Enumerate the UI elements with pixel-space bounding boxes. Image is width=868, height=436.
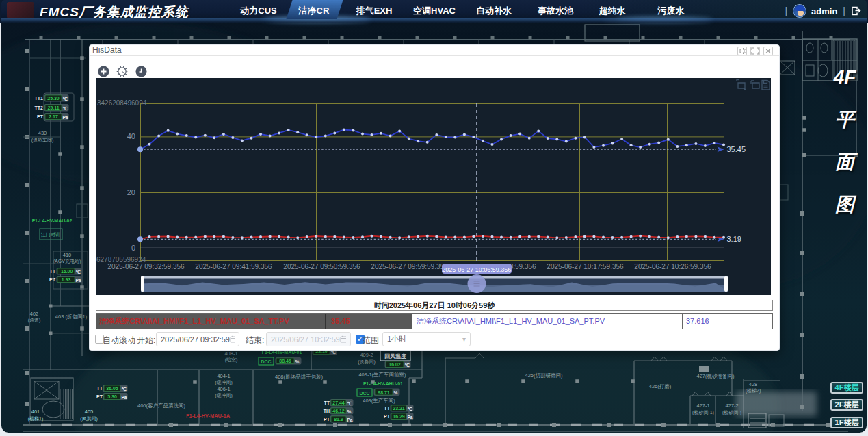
svg-text:F1-L4-HV-MAU-02: F1-L4-HV-MAU-02	[32, 218, 73, 223]
svg-text:TT: TT	[49, 269, 55, 274]
svg-text:2025-06-27 09:41:59.356: 2025-06-27 09:41:59.356	[195, 263, 272, 270]
svg-text:Pa: Pa	[347, 418, 353, 422]
svg-text:PT: PT	[96, 394, 103, 399]
svg-text:(风淇间): (风淇间)	[80, 416, 98, 422]
svg-text:℃: ℃	[405, 363, 410, 368]
svg-text:2.17: 2.17	[49, 114, 58, 119]
svg-text:TT1: TT1	[35, 96, 44, 101]
svg-text:(楼梯1): (楼梯1)	[28, 416, 44, 422]
svg-text:2025-06-27 10:26:59.356: 2025-06-27 10:26:59.356	[634, 263, 711, 270]
svg-text:1.93: 1.93	[62, 277, 71, 282]
svg-text:2025-06-27 10:06:59.356: 2025-06-27 10:06:59.356	[442, 266, 511, 273]
svg-text:Pa: Pa	[408, 415, 413, 420]
svg-text:405: 405	[85, 409, 94, 415]
svg-text:TT: TT	[324, 400, 330, 405]
svg-text:81.9: 81.9	[334, 417, 343, 422]
svg-text:409-1(生产车间前室): 409-1(生产车间前室)	[358, 372, 406, 378]
svg-text:℃: ℃	[122, 387, 127, 392]
svg-text:℃: ℃	[76, 270, 81, 274]
svg-text:℃: ℃	[63, 97, 68, 101]
svg-text:(退热车间): (退热车间)	[31, 137, 54, 143]
svg-text:36.05: 36.05	[106, 386, 118, 391]
svg-text:DCC: DCC	[359, 391, 369, 396]
svg-text:46.12: 46.12	[332, 409, 345, 413]
svg-text:%: %	[295, 359, 300, 364]
svg-text:426(打磨): 426(打磨)	[649, 383, 672, 389]
svg-text:406(客户产品清洗间): 406(客户产品清洗间)	[137, 402, 186, 409]
svg-text:℃: ℃	[347, 401, 352, 406]
svg-text:2025-06-27 09:50:59.356: 2025-06-27 09:50:59.356	[283, 263, 360, 270]
svg-text:2025-06-27 09:59:59.356: 2025-06-27 09:59:59.356	[371, 263, 448, 270]
svg-text:TH: TH	[324, 409, 330, 413]
svg-text:3.19: 3.19	[727, 235, 741, 243]
svg-text:408-1: 408-1	[224, 350, 237, 357]
svg-text:PT: PT	[324, 417, 330, 422]
svg-text:DCC: DCC	[261, 359, 271, 364]
svg-text:16.02: 16.02	[389, 362, 401, 367]
svg-text:35.45: 35.45	[727, 145, 746, 153]
svg-text:404-1: 404-1	[217, 373, 230, 379]
svg-text:TT: TT	[384, 406, 390, 411]
svg-text:Pa: Pa	[63, 115, 68, 120]
svg-text:25.30: 25.30	[47, 96, 60, 101]
svg-text:Pa: Pa	[122, 395, 127, 400]
svg-text:%: %	[347, 409, 352, 414]
svg-text:PT: PT	[37, 114, 44, 119]
svg-text:25.11: 25.11	[47, 105, 59, 110]
svg-text:%: %	[394, 390, 398, 395]
svg-text:江门对讲: 江门对讲	[41, 232, 60, 238]
svg-text:F1-L4-HV-MAU-1A: F1-L4-HV-MAU-1A	[186, 413, 231, 419]
svg-text:(通道): (通道)	[28, 317, 41, 323]
svg-text:-16.00: -16.00	[60, 269, 73, 274]
svg-text:0: 0	[131, 244, 135, 252]
svg-text:409-2: 409-2	[360, 352, 373, 358]
svg-text:3426208496094: 3426208496094	[97, 99, 147, 107]
svg-text:406-1: 406-1	[217, 386, 230, 392]
svg-text:425(切割研磨间): 425(切割研磨间)	[525, 372, 563, 379]
svg-text:427-1: 427-1	[696, 402, 709, 409]
svg-text:430: 430	[38, 130, 47, 136]
svg-text:回风温度: 回风温度	[384, 352, 406, 359]
svg-text:408(最终品烘干包装): 408(最终品烘干包装)	[275, 374, 324, 380]
svg-text:410: 410	[63, 252, 72, 258]
svg-text:20: 20	[127, 188, 135, 196]
svg-text:401: 401	[31, 409, 40, 415]
svg-text:PT: PT	[49, 277, 56, 282]
svg-text:428: 428	[749, 381, 758, 387]
svg-text:402: 402	[30, 311, 39, 317]
svg-text:27.44: 27.44	[332, 400, 345, 405]
svg-text:2025-06-27 09:32:59.356: 2025-06-27 09:32:59.356	[107, 263, 185, 270]
svg-text:(设备间): (设备间)	[358, 359, 376, 365]
svg-text:88.46: 88.46	[279, 359, 291, 363]
svg-text:(梳砂间-1): (梳砂间-1)	[692, 410, 714, 415]
svg-text:F1-L4-HV-AHU-01: F1-L4-HV-AHU-01	[363, 381, 403, 386]
svg-text:TT2: TT2	[35, 105, 44, 110]
svg-text:403 (折包间1): 403 (折包间1)	[55, 313, 88, 320]
svg-text:2025-06-27 10:17:59.356: 2025-06-27 10:17:59.356	[547, 263, 624, 270]
svg-text:℃: ℃	[408, 407, 412, 411]
svg-text:Pa: Pa	[76, 278, 81, 283]
svg-text:98.71: 98.71	[378, 390, 390, 395]
svg-text:(暗室): (暗室)	[225, 357, 238, 363]
svg-text:℃: ℃	[63, 106, 68, 111]
svg-text:16.29: 16.29	[393, 414, 405, 419]
svg-text:(缓冲间): (缓冲间)	[215, 393, 233, 398]
svg-text:5.30: 5.30	[107, 394, 117, 399]
svg-text:23.21: 23.21	[393, 406, 405, 411]
svg-text:409(生产车间): 409(生产车间)	[363, 398, 395, 404]
svg-text:40: 40	[127, 132, 135, 140]
svg-text:(缓冲间): (缓冲间)	[215, 380, 233, 385]
svg-text:TT: TT	[96, 386, 103, 391]
svg-text:427(梳砂准备间): 427(梳砂准备间)	[696, 373, 735, 379]
svg-text:PT: PT	[384, 414, 391, 419]
